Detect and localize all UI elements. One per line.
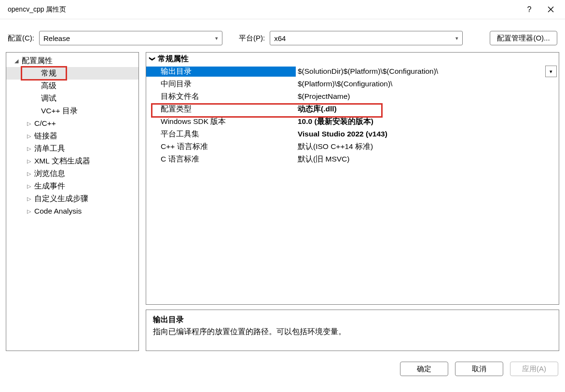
property-value[interactable]: 默认(ISO C++14 标准) (296, 142, 559, 152)
property-row[interactable]: C 语言标准默认(旧 MSVC) (146, 153, 559, 165)
property-group-title: 常规属性 (158, 54, 189, 64)
tree-item[interactable]: 高级 (6, 80, 138, 92)
property-value[interactable]: $(SolutionDir)$(Platform)\$(Configuratio… (296, 67, 545, 76)
property-value[interactable]: Visual Studio 2022 (v143) (296, 130, 559, 138)
help-button[interactable]: ? (521, 3, 538, 16)
property-name: 输出目录 (146, 67, 296, 77)
main-area: ◢配置属性常规高级调试VC++ 目录▷C/C++▷链接器▷清单工具▷XML 文档… (0, 52, 565, 357)
property-name: 配置类型 (146, 104, 296, 114)
tree-item-label: 清单工具 (34, 144, 65, 154)
property-row[interactable]: 平台工具集Visual Studio 2022 (v143) (146, 128, 559, 140)
collapsed-icon[interactable]: ▷ (26, 133, 32, 139)
description-text: 指向已编译程序的放置位置的路径。可以包括环境变量。 (153, 327, 552, 337)
collapsed-icon[interactable]: ▷ (26, 121, 32, 127)
chevron-down-icon: ▾ (550, 68, 552, 75)
tree-item[interactable]: ▷自定义生成步骤 (6, 192, 138, 205)
tree-item[interactable]: ▷浏览信息 (6, 167, 138, 180)
property-name: Windows SDK 版本 (146, 117, 296, 127)
config-value: Release (43, 34, 70, 42)
config-label: 配置(C): (8, 34, 34, 43)
property-name: 中间目录 (146, 79, 296, 89)
platform-label: 平台(P): (239, 34, 265, 43)
collapsed-icon[interactable]: ▷ (26, 208, 32, 215)
tree-panel[interactable]: ◢配置属性常规高级调试VC++ 目录▷C/C++▷链接器▷清单工具▷XML 文档… (6, 52, 139, 351)
tree-item[interactable]: ▷清单工具 (6, 142, 138, 155)
property-name: C++ 语言标准 (146, 142, 296, 152)
tree-item[interactable]: 调试 (6, 92, 138, 105)
tree-item-label: 浏览信息 (34, 169, 65, 179)
tree-item-label: 配置属性 (22, 56, 53, 66)
chevron-down-icon: ▾ (455, 35, 458, 41)
titlebar-controls: ? (521, 3, 559, 16)
titlebar: opencv_cpp 属性页 ? (0, 0, 565, 19)
tree-item[interactable]: ▷链接器 (6, 130, 138, 142)
tree-item-label: VC++ 目录 (41, 106, 78, 116)
expanded-icon[interactable]: ◢ (13, 58, 20, 64)
tree-item-label: Code Analysis (34, 207, 82, 216)
platform-select[interactable]: x64 ▾ (270, 31, 463, 45)
tree-root-item[interactable]: ◢配置属性 (6, 54, 138, 67)
property-group-header[interactable]: ❯ 常规属性 (146, 53, 559, 65)
property-name: 目标文件名 (146, 92, 296, 102)
property-name: C 语言标准 (146, 154, 296, 164)
chevron-down-icon: ▾ (215, 35, 218, 41)
tree-item[interactable]: 常规 (6, 67, 138, 80)
description-title: 输出目录 (153, 315, 552, 325)
footer: 确定 取消 应用(A) (0, 357, 565, 376)
chevron-down-icon: ❯ (149, 56, 156, 61)
property-row[interactable]: 目标文件名$(ProjectName) (146, 90, 559, 103)
right-panel: ❯ 常规属性 输出目录$(SolutionDir)$(Platform)\$(C… (146, 52, 559, 351)
close-icon (548, 6, 554, 13)
property-row[interactable]: 输出目录$(SolutionDir)$(Platform)\$(Configur… (146, 65, 559, 78)
config-manager-button[interactable]: 配置管理器(O)... (490, 31, 557, 45)
property-value[interactable]: 默认(旧 MSVC) (296, 154, 559, 164)
tree-item-label: 调试 (41, 94, 56, 104)
collapsed-icon[interactable]: ▷ (26, 146, 32, 152)
property-row[interactable]: 中间目录$(Platform)\$(Configuration)\ (146, 78, 559, 90)
property-row[interactable]: 配置类型动态库(.dll) (146, 103, 559, 115)
tree-item-label: 常规 (41, 68, 56, 79)
close-button[interactable] (542, 3, 559, 16)
apply-button[interactable]: 应用(A) (510, 362, 558, 376)
config-row: 配置(C): Release ▾ 平台(P): x64 ▾ 配置管理器(O)..… (0, 19, 565, 52)
property-value[interactable]: $(Platform)\$(Configuration)\ (296, 80, 559, 88)
tree-item-label: XML 文档生成器 (34, 156, 90, 166)
tree-item-label: 自定义生成步骤 (34, 194, 88, 204)
collapsed-icon[interactable]: ▷ (26, 183, 32, 189)
tree-item[interactable]: ▷生成事件 (6, 180, 138, 192)
property-name: 平台工具集 (146, 129, 296, 139)
property-value[interactable]: 动态库(.dll) (296, 104, 559, 114)
tree-item[interactable]: VC++ 目录 (6, 105, 138, 117)
property-row[interactable]: Windows SDK 版本10.0 (最新安装的版本) (146, 115, 559, 128)
tree-item[interactable]: ▷XML 文档生成器 (6, 155, 138, 167)
ok-button[interactable]: 确定 (400, 362, 448, 376)
tree-item-label: 链接器 (34, 131, 57, 141)
config-select[interactable]: Release ▾ (39, 31, 222, 45)
window-title: opencv_cpp 属性页 (8, 5, 521, 14)
tree-item-label: C/C++ (34, 119, 56, 128)
property-value[interactable]: 10.0 (最新安装的版本) (296, 117, 559, 127)
collapsed-icon[interactable]: ▷ (26, 196, 32, 202)
dropdown-button[interactable]: ▾ (545, 66, 557, 77)
tree-item-label: 生成事件 (34, 181, 65, 191)
platform-value: x64 (274, 34, 286, 42)
collapsed-icon[interactable]: ▷ (26, 158, 32, 164)
property-row[interactable]: C++ 语言标准默认(ISO C++14 标准) (146, 140, 559, 153)
tree-item[interactable]: ▷Code Analysis (6, 205, 138, 217)
tree-item-label: 高级 (41, 81, 56, 91)
property-grid[interactable]: ❯ 常规属性 输出目录$(SolutionDir)$(Platform)\$(C… (146, 52, 559, 305)
collapsed-icon[interactable]: ▷ (26, 171, 32, 177)
property-value[interactable]: $(ProjectName) (296, 92, 559, 101)
description-panel: 输出目录 指向已编译程序的放置位置的路径。可以包括环境变量。 (146, 310, 559, 351)
cancel-button[interactable]: 取消 (455, 362, 503, 376)
tree-item[interactable]: ▷C/C++ (6, 117, 138, 130)
